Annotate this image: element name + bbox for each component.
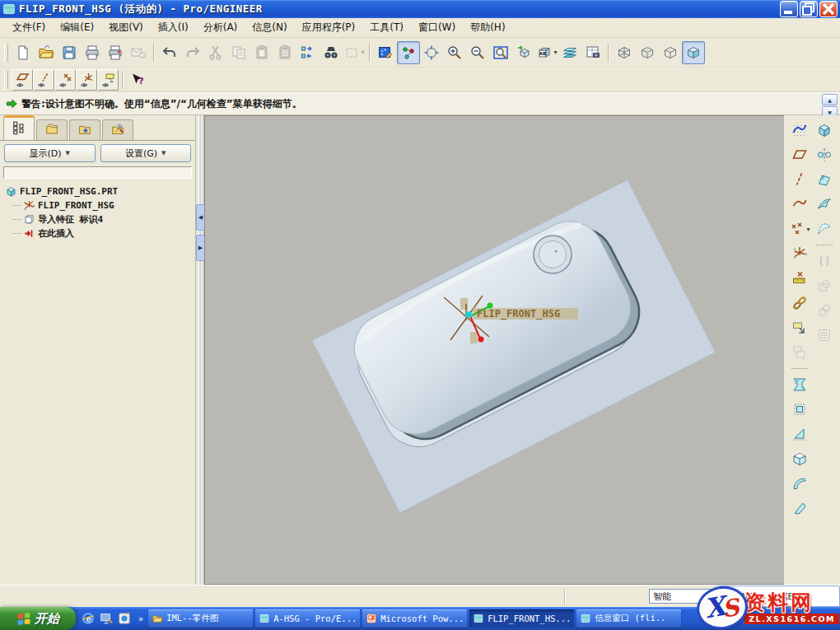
- regenerate-button[interactable]: [296, 41, 320, 64]
- reorient-view-button[interactable]: [512, 41, 535, 64]
- saved-views-button[interactable]: AB▾: [535, 41, 558, 64]
- round-tool-button[interactable]: [788, 472, 811, 495]
- extrude-section-button[interactable]: [788, 373, 811, 396]
- find-button[interactable]: [320, 41, 343, 64]
- quick-launch-chevron[interactable]: »: [138, 614, 143, 623]
- offset-surface-button[interactable]: [788, 398, 811, 421]
- message-scroll-up-button[interactable]: ▲: [822, 94, 838, 105]
- chevron-down-icon: ▼: [66, 150, 70, 156]
- context-help-icon: ?: [129, 72, 146, 88]
- spin-center-button[interactable]: [397, 41, 420, 64]
- chain-button[interactable]: [788, 292, 811, 315]
- tree-node[interactable]: FLIP_FRONT_HSG.PRT: [5, 184, 194, 198]
- navigator-tab-model-tree[interactable]: [3, 115, 35, 140]
- task-button[interactable]: A-HSG - Pro/E...: [255, 609, 360, 628]
- menu-edit[interactable]: 编辑(E): [53, 19, 101, 36]
- toolbar-grip[interactable]: [4, 71, 8, 89]
- open-button[interactable]: [35, 41, 58, 64]
- close-button[interactable]: [819, 1, 838, 17]
- paste-button: [250, 41, 273, 64]
- zoom-fit-button[interactable]: [489, 41, 512, 64]
- datum-axis-button[interactable]: [788, 168, 811, 191]
- toolbar-grip[interactable]: [4, 44, 8, 62]
- hidden-line-button[interactable]: [636, 41, 659, 64]
- shell-tool-button[interactable]: [788, 447, 811, 470]
- merge-tool-button: [813, 250, 836, 273]
- annotation-display-icon: [100, 72, 116, 88]
- minimize-button[interactable]: [780, 1, 798, 17]
- mirror-tool-button[interactable]: [813, 143, 836, 166]
- show-dropdown-button[interactable]: 显示(D)▼: [4, 144, 96, 162]
- new-button[interactable]: [12, 41, 35, 64]
- datum-csys-button[interactable]: yxz: [788, 242, 811, 265]
- point-display-button[interactable]: [54, 69, 76, 91]
- quick-launch-internet-explorer[interactable]: e: [81, 611, 96, 626]
- restore-button[interactable]: [800, 1, 818, 17]
- menu-window[interactable]: 窗口(W): [411, 19, 463, 36]
- menu-tools[interactable]: 工具(T): [362, 19, 411, 36]
- datum-plane-button[interactable]: [788, 143, 811, 166]
- tree-node-label: 导入特征 标识4: [38, 213, 103, 226]
- axis-display-button[interactable]: [33, 69, 54, 91]
- navigator-tab-favorites[interactable]: [69, 119, 100, 140]
- menu-info[interactable]: 信息(N): [245, 19, 294, 36]
- lens-boss[interactable]: [534, 236, 572, 273]
- graphics-viewport[interactable]: FLIP_FRONT_HSG: [204, 115, 784, 585]
- panel-splitter[interactable]: ◀ ▶: [196, 115, 204, 585]
- layers-button[interactable]: [558, 41, 581, 64]
- tree-node[interactable]: yzxFLIP_FRONT_HSG: [5, 198, 194, 212]
- style-surface-button[interactable]: [813, 217, 836, 240]
- tree-node[interactable]: 在此插入: [5, 226, 194, 240]
- task-button[interactable]: FLIP_FRONT_HS...: [469, 609, 574, 628]
- style-tool-button[interactable]: [788, 119, 811, 142]
- print-setup-button[interactable]: [104, 41, 127, 64]
- repaint-button[interactable]: [374, 41, 397, 64]
- menu-applications[interactable]: 应用程序(P): [295, 19, 363, 36]
- task-button[interactable]: IML--零件图: [148, 609, 253, 628]
- menu-view[interactable]: 视图(V): [101, 19, 151, 36]
- no-hidden-button[interactable]: [659, 41, 682, 64]
- watermark: X S 资料网 ZL.XS1616.COM: [697, 586, 839, 629]
- shaded-button[interactable]: [682, 41, 705, 64]
- menu-analysis[interactable]: 分析(A): [196, 19, 245, 36]
- part-icon: [5, 185, 17, 198]
- chamfer-tool-button[interactable]: [788, 497, 811, 520]
- plane-display-button[interactable]: [12, 69, 33, 91]
- warning-message: 警告:设计意图不明确。使用“信息”/“几何检查”菜单获得细节。: [21, 97, 302, 111]
- curve-tool-button[interactable]: [788, 193, 811, 216]
- datum-point-button[interactable]: ▾: [788, 217, 811, 240]
- start-label: 开始: [35, 611, 59, 627]
- navigator-tab-connections[interactable]: [102, 119, 133, 140]
- boundary-blend-button[interactable]: [813, 193, 836, 216]
- undo-button[interactable]: [158, 41, 181, 64]
- zoom-in-button[interactable]: [443, 41, 466, 64]
- annotate-button[interactable]: [788, 316, 811, 339]
- fill-tool-button[interactable]: [813, 168, 836, 191]
- save-button[interactable]: [58, 41, 81, 64]
- quick-launch-show-desktop[interactable]: [99, 611, 114, 626]
- tree-node[interactable]: 导入特征 标识4: [5, 212, 194, 226]
- orient-mode-button[interactable]: [420, 41, 443, 64]
- print-button[interactable]: [81, 41, 104, 64]
- annotation-display-button[interactable]: [97, 69, 119, 91]
- navigator-tab-folder-browser[interactable]: [36, 119, 68, 140]
- app-icon: [2, 2, 16, 16]
- task-button[interactable]: 信息窗口 (fli..: [576, 609, 681, 628]
- wireframe-button[interactable]: [613, 41, 636, 64]
- settings-dropdown-button[interactable]: 设置(G)▼: [100, 144, 192, 162]
- measure-button[interactable]: [788, 267, 811, 290]
- menu-help[interactable]: 帮助(H): [463, 19, 512, 36]
- menu-insert[interactable]: 插入(I): [151, 19, 196, 36]
- start-button[interactable]: 开始: [0, 607, 76, 630]
- csys-display-button[interactable]: [76, 69, 97, 91]
- task-button[interactable]: Microsoft Pow...: [362, 609, 467, 628]
- zoom-out-button[interactable]: [466, 41, 489, 64]
- view-manager-button[interactable]: [581, 41, 604, 64]
- menu-file[interactable]: 文件(F): [5, 19, 53, 36]
- draft-tool-button[interactable]: [788, 422, 811, 446]
- quick-launch-media-app[interactable]: [117, 611, 132, 626]
- context-help-button[interactable]: ?: [127, 69, 148, 91]
- cut-button: [204, 41, 227, 64]
- extrude-tool-button[interactable]: [813, 119, 836, 142]
- show-dropdown-label: 显示(D): [30, 147, 62, 160]
